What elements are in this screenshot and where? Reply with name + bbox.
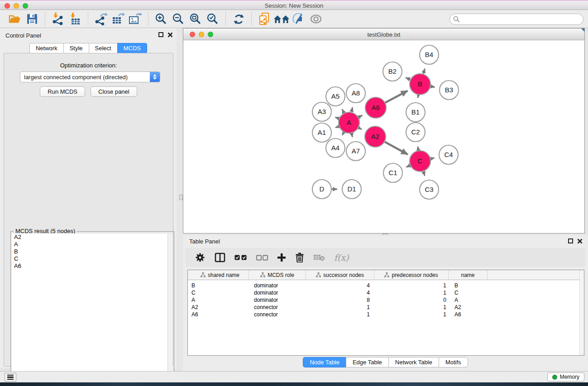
zoom-fit-icon[interactable] [187,11,204,27]
zoom-selected-icon[interactable] [204,11,221,27]
mcds-result-item[interactable]: C [12,255,173,262]
node-label-B3: B3 [445,86,453,94]
search-field-wrap [449,14,583,25]
memory-button[interactable]: Memory [547,372,584,381]
node-label-A5: A5 [331,92,339,100]
search-input[interactable] [449,14,583,25]
column-header-name[interactable]: name [449,270,488,280]
import-network-icon[interactable] [49,11,67,27]
node-label-B1: B1 [411,108,420,116]
table-close-panel-icon[interactable] [577,238,583,244]
import-table-icon[interactable] [67,11,84,27]
unselect-all-icon[interactable] [256,255,268,261]
add-row-icon[interactable] [277,253,286,262]
edge-B-B2[interactable] [406,77,410,80]
zoom-in-icon[interactable] [153,11,170,27]
table-cell: A2 [449,304,488,310]
tab-network[interactable]: Network [29,43,63,53]
edge-A6-B[interactable] [385,91,407,103]
table-cell: connector [249,304,306,310]
status-bar: Memory [0,371,588,382]
toolbar-separator [45,12,45,26]
table-row[interactable]: Cdominator41C [188,289,584,296]
edge-A-A4[interactable] [342,132,344,135]
mcds-result-item[interactable]: B [12,248,173,255]
first-neighbors-icon[interactable] [273,11,290,27]
function-builder-icon[interactable]: f(x) [334,253,349,262]
clone-network-icon[interactable] [256,11,273,27]
edge-A-A7[interactable] [352,133,353,137]
toolbar-separator [225,12,226,26]
table-row[interactable]: A6connector11A6 [188,311,584,318]
show-all-icon[interactable] [307,11,325,27]
table-cell: C [449,290,488,296]
column-header-successor-nodes[interactable]: successor nodes [306,270,374,280]
close-panel-button[interactable]: Close panel [91,86,137,97]
run-mcds-button[interactable]: Run MCDS [40,86,85,97]
node-label-D1: D1 [347,185,356,193]
export-table-icon[interactable] [110,11,127,27]
criterion-dropdown[interactable]: largest connected component (directed) [20,71,160,82]
table-row[interactable]: Adominator80A [188,296,584,304]
table-float-panel-icon[interactable] [568,238,573,243]
edge-A-A1[interactable] [335,126,339,128]
edge-C-C3[interactable] [423,172,425,176]
table-row[interactable]: A2connector11A2 [188,304,584,311]
table-cell: 0 [374,297,449,303]
table-header-row: shared name MCDS role successor nodes pr… [188,270,584,280]
edge-A-A5[interactable] [342,109,344,113]
tab-motifs[interactable]: Motifs [439,357,468,367]
delete-rows-icon[interactable] [295,253,304,262]
edge-A-A6[interactable] [359,115,362,118]
table-options-icon[interactable] [195,252,206,263]
edge-B-B4[interactable] [423,69,425,74]
mcds-list-scrollbar[interactable] [167,234,173,383]
edge-B-B3[interactable] [431,86,435,87]
column-header-shared-name[interactable]: shared name [188,270,249,280]
table-body: Bdominator41BCdominator41CAdominator80AA… [188,280,584,318]
table-row[interactable]: Bdominator41B [188,282,584,289]
edge-A-A3[interactable] [335,117,339,119]
show-column-icon[interactable] [215,253,225,262]
mcds-result-item[interactable]: A2 [12,234,173,241]
destroy-table-icon[interactable] [313,253,325,262]
table-scrollbar[interactable] [579,270,584,355]
close-panel-icon[interactable] [167,32,173,38]
column-header-predecessor-nodes[interactable]: predecessor nodes [374,270,449,280]
attribute-icon [260,272,265,277]
column-header-mcds-role[interactable]: MCDS role [249,270,306,280]
save-session-icon[interactable] [24,11,41,27]
edge-B-B1[interactable] [418,95,418,98]
tab-node-table[interactable]: Node Table [303,357,346,367]
float-panel-icon[interactable] [158,32,163,37]
table-cell: A6 [449,311,488,318]
tab-select[interactable]: Select [89,43,117,53]
tab-style[interactable]: Style [63,43,89,53]
edge-A-A8[interactable] [351,107,352,112]
refresh-layout-icon[interactable] [230,11,247,27]
network-canvas[interactable]: B4B2BB3B1A6A5A8A3AA1A2A4A7C2C4CC1C3DD1 [183,40,584,233]
tab-edge-table[interactable]: Edge Table [346,357,388,367]
hide-selected-icon[interactable] [290,11,307,27]
edge-A-A2[interactable] [359,128,362,129]
edge-A2-C[interactable] [385,142,408,155]
table-cell: 1 [374,282,449,289]
edge-C-C4[interactable] [430,158,434,159]
zoom-out-icon[interactable] [170,11,187,27]
export-image-icon[interactable] [127,11,144,27]
task-history-icon[interactable] [5,373,16,381]
edge-C-C2[interactable] [418,147,418,151]
table-cell: dominator [249,297,306,303]
edge-C-C1[interactable] [406,166,410,167]
mcds-result-item[interactable]: A [12,241,173,248]
tab-network-table[interactable]: Network Table [388,357,439,367]
export-network-icon[interactable] [92,11,110,27]
table-cell: 1 [306,304,374,310]
vertical-splitter-handle[interactable] [179,195,183,200]
open-session-icon[interactable] [6,11,24,27]
table-cell: A6 [188,311,249,318]
memory-status-icon [552,375,557,380]
tab-mcds[interactable]: MCDS [117,43,147,53]
select-all-icon[interactable] [234,254,247,261]
mcds-result-item[interactable]: A6 [12,262,173,270]
